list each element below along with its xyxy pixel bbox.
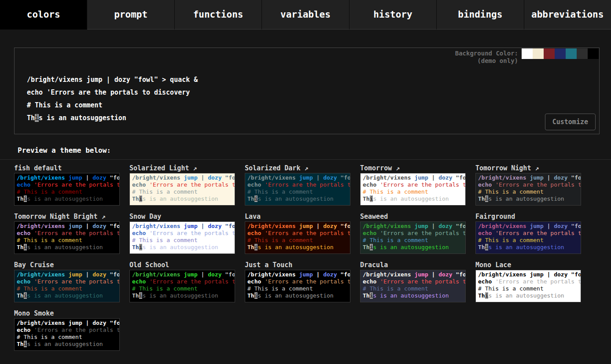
theme-card[interactable]: Tomorrow ↗/bright/vixens jump | dozy "fo…: [360, 163, 466, 206]
segment-punct: |: [428, 271, 438, 278]
segment-punct: "fowl" > quack &: [130, 76, 198, 84]
theme-card[interactable]: Tomorrow Night ↗/bright/vixens jump | do…: [475, 163, 581, 206]
segment-suggest: s is an autosuggestion: [258, 244, 333, 250]
segment-punct: "fowl" > quack &: [337, 174, 350, 181]
segment-echo: echo: [363, 278, 376, 285]
theme-card[interactable]: Tomorrow Night Bright ↗/bright/vixens ju…: [14, 212, 120, 254]
sample-line: echo 'Errors are the portals to discover…: [27, 86, 198, 99]
theme-card[interactable]: Seaweed/bright/vixens jump | dozy "fowl"…: [360, 212, 466, 254]
theme-card[interactable]: fish default/bright/vixens jump | dozy "…: [14, 163, 120, 206]
theme-card[interactable]: Fairground/bright/vixens jump | dozy "fo…: [475, 212, 581, 254]
theme-card[interactable]: Lava/bright/vixens jump | dozy "fowl" > …: [245, 212, 350, 254]
theme-card[interactable]: Bay Cruise/bright/vixens jump | dozy "fo…: [14, 260, 120, 302]
tab-colors[interactable]: colors: [0, 0, 87, 29]
sample-line: This is an autosuggestion: [247, 292, 348, 299]
theme-card[interactable]: Snow Day/bright/vixens jump | dozy "fowl…: [129, 212, 235, 254]
sample-line: /bright/vixens jump | dozy "fowl" > quac…: [17, 271, 117, 278]
theme-card[interactable]: Mono Smoke/bright/vixens jump | dozy "fo…: [14, 309, 120, 351]
segment-echo: echo: [363, 181, 376, 188]
theme-card[interactable]: Old School/bright/vixens jump | dozy "fo…: [129, 260, 235, 302]
segment-comment: # This is a comment: [132, 237, 198, 243]
segment-arg: dozy: [323, 174, 337, 181]
segment-arg: jump: [68, 271, 82, 278]
background-color-swatch[interactable]: [566, 48, 577, 59]
sample-line: /bright/vixens jump | dozy "fowl" > quac…: [247, 223, 348, 230]
segment-comment: # This is a comment: [478, 285, 544, 292]
tab-bar: colorspromptfunctionsvariableshistorybin…: [0, 0, 611, 29]
segment-path: /bright/vixens: [478, 174, 526, 181]
sample-line: /bright/vixens jump | dozy "fowl" > quac…: [478, 223, 578, 230]
sample-line: This is an autosuggestion: [17, 292, 117, 299]
theme-name: Old School: [129, 260, 235, 270]
theme-name: Solarized Light ↗: [129, 163, 235, 173]
sample-line: # This is a comment: [17, 285, 117, 292]
theme-name-text: Mono Lace: [475, 261, 511, 269]
sample-line: echo 'Errors are the portals to discover…: [247, 278, 348, 285]
background-color-swatch[interactable]: [533, 48, 544, 59]
segment-arg: dozy: [208, 174, 221, 181]
segment-echo: echo: [478, 230, 492, 236]
tab-abbreviations[interactable]: abbreviations: [524, 0, 611, 29]
theme-preview: /bright/vixens jump | dozy "fowl" > quac…: [245, 173, 350, 206]
theme-card[interactable]: Solarized Light ↗/bright/vixens jump | d…: [129, 163, 235, 206]
segment-echo: echo: [17, 181, 30, 188]
tab-history[interactable]: history: [350, 0, 437, 29]
segment-echo: echo: [478, 278, 492, 285]
segment-comment: # This is a comment: [17, 188, 82, 195]
customize-button[interactable]: Customize: [545, 114, 596, 130]
segment-comment: # This is a comment: [17, 237, 82, 243]
segment-arg: dozy: [323, 271, 337, 278]
theme-card[interactable]: Mono Lace/bright/vixens jump | dozy "fow…: [475, 260, 581, 302]
theme-preview: /bright/vixens jump | dozy "fowl" > quac…: [129, 270, 235, 302]
external-link-icon: ↗: [98, 213, 106, 221]
theme-name-text: Dracula: [360, 261, 388, 269]
section-divider: [0, 159, 611, 160]
theme-name: Dracula: [360, 260, 466, 270]
sample-line: echo 'Errors are the portals to discover…: [478, 230, 578, 237]
theme-name: Tomorrow Night Bright ↗: [14, 212, 120, 221]
segment-echo: echo: [363, 230, 376, 236]
segment-path: /bright/vixens: [363, 271, 411, 278]
segment-punct: Th: [478, 195, 485, 202]
tab-prompt[interactable]: prompt: [87, 0, 174, 29]
sample-line: echo 'Errors are the portals to discover…: [17, 181, 117, 188]
segment-punct: "fowl" > quack &: [107, 320, 120, 326]
segment-punct: "fowl" > quack &: [337, 271, 350, 278]
theme-name-text: Tomorrow: [360, 164, 392, 172]
segment-path: /bright/vixens: [478, 271, 526, 278]
segment-echo: echo: [478, 181, 492, 188]
tab-functions[interactable]: functions: [175, 0, 262, 29]
segment-arg: dozy: [114, 76, 130, 84]
theme-preview: /bright/vixens jump | dozy "fowl" > quac…: [360, 270, 466, 302]
sample-line: /bright/vixens jump | dozy "fowl" > quac…: [17, 320, 117, 327]
theme-preview: /bright/vixens jump | dozy "fowl" > quac…: [475, 173, 581, 206]
tab-variables[interactable]: variables: [262, 0, 349, 29]
sample-line: echo 'Errors are the portals to discover…: [17, 278, 117, 285]
background-color-swatch[interactable]: [555, 48, 566, 59]
segment-arg: jump: [86, 76, 102, 84]
segment-suggest: s is an autosuggestion: [142, 195, 218, 202]
theme-name-text: Old School: [129, 261, 169, 269]
background-color-swatch[interactable]: [588, 48, 599, 59]
sample-line: echo 'Errors are the portals to discover…: [132, 278, 232, 285]
theme-name: Tomorrow Night ↗: [475, 163, 581, 173]
theme-preview: /bright/vixens jump | dozy "fowl" > quac…: [360, 173, 466, 206]
external-link-icon: ↗: [531, 164, 539, 172]
theme-card[interactable]: Dracula/bright/vixens jump | dozy "fowl"…: [360, 260, 466, 302]
segment-path: /bright/vixens: [17, 320, 65, 326]
segment-punct: |: [198, 271, 208, 278]
segment-error: 'Errors are the portals to discovery: [146, 230, 235, 236]
background-color-swatch[interactable]: [544, 48, 555, 59]
segment-comment: # This is a comment: [363, 237, 428, 243]
theme-card[interactable]: Just a Touch/bright/vixens jump | dozy "…: [245, 260, 350, 302]
theme-card[interactable]: Solarized Dark ↗/bright/vixens jump | do…: [245, 163, 350, 206]
background-color-swatch[interactable]: [522, 48, 533, 59]
tab-bindings[interactable]: bindings: [437, 0, 524, 29]
sample-line: This is an autosuggestion: [132, 195, 232, 202]
background-color-swatch[interactable]: [577, 48, 588, 59]
segment-error: 'Errors are the portals to discovery: [146, 278, 235, 285]
sample-line: echo 'Errors are the portals to discover…: [132, 181, 232, 188]
theme-name: Just a Touch: [245, 260, 350, 270]
sample-line: This is an autosuggestion: [478, 195, 578, 202]
background-color-label: Background Color: (demo only): [455, 50, 518, 65]
